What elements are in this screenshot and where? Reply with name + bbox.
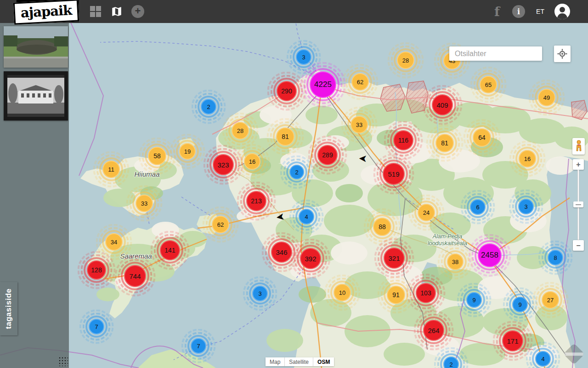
photo-cluster-7[interactable]: 7: [181, 328, 216, 364]
top-app-bar: ajapaik + f i ET: [0, 0, 588, 23]
photo-cluster-9[interactable]: 9: [456, 282, 492, 318]
photo-cluster-58[interactable]: 58: [138, 137, 176, 175]
search-input[interactable]: [449, 46, 542, 61]
map-type-map[interactable]: Map: [266, 357, 285, 366]
zoom-slider-handle[interactable]: [573, 201, 583, 207]
facebook-icon[interactable]: f: [490, 0, 504, 23]
photo-cluster-49[interactable]: 49: [528, 79, 565, 116]
photo-cluster-213[interactable]: 213: [236, 181, 277, 221]
photo-cluster-62[interactable]: 62: [341, 63, 379, 101]
photo-cluster-2[interactable]: 2: [433, 346, 469, 368]
photo-cluster-11[interactable]: 11: [92, 150, 130, 188]
photo-cluster-4[interactable]: 4: [288, 199, 324, 235]
ajapaik-map-page: HiiumaaSaaremaaAlam-Pedja looduskaitseal…: [0, 0, 588, 368]
pegman-streetview[interactable]: [572, 138, 585, 155]
photo-thumbnail-1[interactable]: [4, 26, 68, 68]
photo-cluster-392[interactable]: 392: [290, 238, 331, 279]
photo-cluster-10[interactable]: 10: [323, 274, 361, 311]
photo-cluster-128[interactable]: 128: [77, 250, 116, 290]
logo-text: ajapaik: [20, 2, 72, 21]
feedback-tab[interactable]: tagasiside: [0, 282, 17, 335]
info-icon[interactable]: i: [511, 0, 526, 23]
photo-cluster-24[interactable]: 24: [407, 194, 445, 231]
feedback-label: tagasiside: [4, 288, 13, 329]
photo-cluster-323[interactable]: 323: [203, 144, 244, 185]
photo-cluster-6[interactable]: 6: [460, 189, 496, 225]
locate-me-button[interactable]: [554, 46, 571, 62]
sidebar-resize-grip[interactable]: [58, 356, 68, 366]
photo-cluster-91[interactable]: 91: [377, 276, 415, 314]
photo-cluster-81[interactable]: 81: [425, 124, 464, 162]
language-selector[interactable]: ET: [533, 0, 548, 23]
profile-icon[interactable]: [553, 0, 571, 23]
photo-sidebar: tagasiside: [0, 23, 69, 368]
photo-cluster-264[interactable]: 264: [413, 310, 454, 351]
photo-cluster-8[interactable]: 8: [537, 240, 573, 276]
photo-cluster-9[interactable]: 9: [502, 287, 538, 322]
photo-cluster-409[interactable]: 409: [422, 84, 463, 126]
photo-cluster-3[interactable]: 3: [242, 276, 278, 311]
photo-cluster-519[interactable]: 519: [373, 153, 415, 195]
photo-cluster-81[interactable]: 81: [266, 117, 305, 156]
map-type-satellite[interactable]: Satellite: [285, 357, 313, 366]
photo-cluster-64[interactable]: 64: [463, 118, 501, 157]
map-view-icon[interactable]: [109, 0, 124, 23]
photo-cluster-4225[interactable]: 4225: [300, 61, 346, 108]
zoom-in-button[interactable]: +: [573, 159, 584, 170]
zoom-out-button[interactable]: −: [573, 240, 584, 251]
photo-cluster-16[interactable]: 16: [509, 140, 546, 178]
photo-cluster-62[interactable]: 62: [202, 206, 239, 243]
photo-cluster-4[interactable]: 4: [525, 341, 561, 368]
photo-cluster-2458[interactable]: 2458: [468, 233, 512, 277]
map-type-osm[interactable]: OSM: [313, 357, 334, 366]
photo-thumbnail-2[interactable]: [4, 71, 68, 121]
ajapaik-logo[interactable]: ajapaik: [13, 0, 79, 25]
photo-cluster-28[interactable]: 28: [387, 41, 424, 79]
map-type-control: Map Satellite OSM: [266, 357, 334, 366]
photo-cluster-2[interactable]: 2: [279, 155, 314, 190]
photo-cluster-744[interactable]: 744: [114, 255, 156, 297]
photo-cluster-7[interactable]: 7: [79, 309, 114, 345]
photo-cluster-3[interactable]: 3: [508, 189, 544, 224]
grid-view-icon[interactable]: [88, 0, 103, 23]
photo-cluster-65[interactable]: 65: [469, 66, 507, 104]
photo-cluster-33[interactable]: 33: [125, 184, 163, 222]
add-photo-icon[interactable]: +: [130, 0, 145, 23]
